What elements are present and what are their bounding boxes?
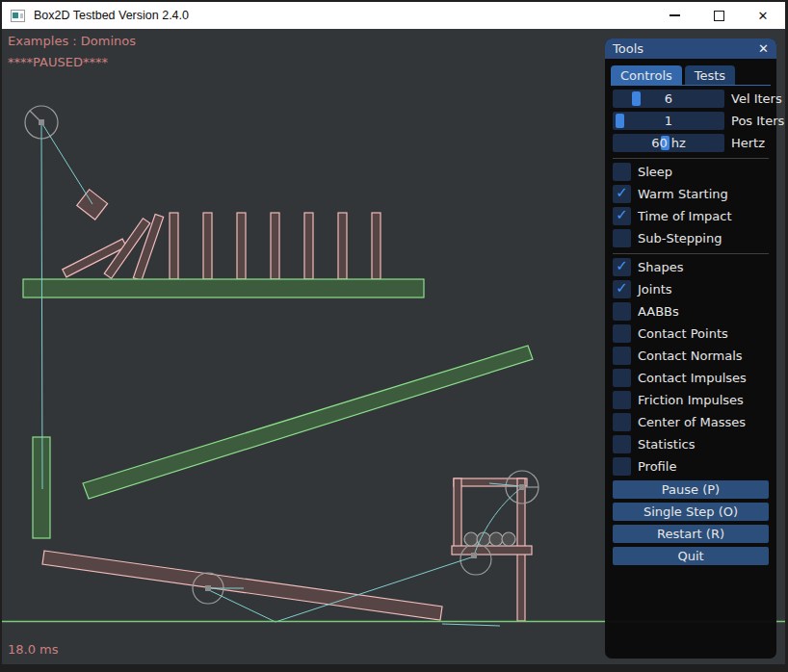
- checkbox-row-center-of-masses[interactable]: ✓ Center of Masses: [613, 413, 769, 431]
- time-of-impact-checkbox[interactable]: ✓: [613, 207, 631, 225]
- tools-window-titlebar[interactable]: Tools ✕: [605, 39, 776, 59]
- sleep-checkbox[interactable]: ✓: [613, 163, 631, 181]
- controls-tab-content: 6 Vel Iters 1 Pos Iters 60 hz Hertz ✓ Sl…: [605, 86, 776, 565]
- pos-iters-label: Pos Iters: [731, 114, 784, 128]
- standing-domino-1: [170, 213, 178, 279]
- checkbox-row-friction-impulses[interactable]: ✓ Friction Impulses: [613, 391, 769, 409]
- checkbox-row-warm-starting[interactable]: ✓ Warm Starting: [613, 185, 769, 203]
- tab-bar: Controls Tests: [611, 65, 771, 86]
- friction-impulses-checkbox[interactable]: ✓: [613, 391, 631, 409]
- checkbox-row-statistics[interactable]: ✓ Statistics: [613, 435, 769, 453]
- tab-tests[interactable]: Tests: [685, 65, 735, 85]
- checkbox-row-contact-impulses[interactable]: ✓ Contact Impulses: [613, 369, 769, 387]
- checkbox-row-time-of-impact[interactable]: ✓ Time of Impact: [613, 207, 769, 225]
- warm-starting-checkbox[interactable]: ✓: [613, 185, 631, 203]
- anchor-pendulum: [39, 119, 44, 125]
- anchor-pulley-top: [519, 484, 525, 490]
- standing-domino-3: [237, 213, 246, 279]
- vel-iters-slider[interactable]: 6: [613, 90, 724, 108]
- checkbox-row-shapes[interactable]: ✓ Shapes: [613, 258, 769, 276]
- joints-checkbox[interactable]: ✓: [613, 280, 631, 298]
- pos-iters-row: 1 Pos Iters: [613, 112, 769, 130]
- hertz-row: 60 hz Hertz: [613, 134, 769, 152]
- restart-button[interactable]: Restart (R): [613, 525, 769, 543]
- aabbs-checkbox[interactable]: ✓: [613, 302, 631, 321]
- close-icon: ✕: [758, 10, 769, 22]
- checkbox-row-contact-normals[interactable]: ✓ Contact Normals: [613, 347, 769, 365]
- checkbox-row-profile[interactable]: ✓ Profile: [613, 457, 769, 476]
- window-titlebar[interactable]: Box2D Testbed Version 2.4.0 ✕: [2, 2, 785, 29]
- joint-anchors: [39, 119, 525, 591]
- pause-button[interactable]: Pause (P): [613, 480, 769, 499]
- paused-label: ****PAUSED****: [8, 55, 108, 69]
- contact-points-checkbox[interactable]: ✓: [613, 324, 631, 343]
- frame-time-label: 18.0 ms: [8, 642, 59, 657]
- single-step-button[interactable]: Single Step (O): [613, 503, 769, 521]
- app-icon: [11, 10, 25, 22]
- hertz-value: 60 hz: [613, 134, 724, 152]
- button-group: Pause (P) Single Step (O) Restart (R) Qu…: [613, 480, 769, 565]
- pos-iters-value: 1: [613, 112, 724, 130]
- vel-iters-row: 6 Vel Iters: [613, 90, 769, 108]
- check-icon: ✓: [616, 208, 628, 222]
- minimize-button[interactable]: [652, 2, 696, 29]
- close-button[interactable]: ✕: [741, 2, 785, 29]
- example-label: Examples : Dominos: [8, 34, 136, 48]
- standing-domino-7: [372, 213, 381, 279]
- frame-top-bar: [454, 478, 527, 486]
- pendulum-bob-box: [77, 190, 108, 220]
- joint-line-ground-right: [442, 624, 500, 626]
- tools-close-icon[interactable]: ✕: [758, 42, 769, 55]
- vel-iters-value: 6: [613, 90, 724, 108]
- standing-domino-2: [203, 213, 212, 279]
- checkbox-row-joints[interactable]: ✓ Joints: [613, 280, 769, 298]
- checkbox-row-sleep[interactable]: ✓ Sleep: [613, 163, 769, 181]
- anchor-seesaw: [205, 585, 211, 591]
- window-controls: ✕: [652, 2, 785, 29]
- pos-iters-slider[interactable]: 1: [613, 112, 724, 130]
- vel-iters-label: Vel Iters: [731, 91, 782, 106]
- statistics-checkbox[interactable]: ✓: [613, 435, 631, 453]
- profile-checkbox[interactable]: ✓: [613, 457, 631, 476]
- hertz-label: Hertz: [731, 136, 765, 150]
- check-icon: ✓: [616, 186, 628, 200]
- joint-line-pendulum-bob: [41, 122, 92, 204]
- shapes-checkbox[interactable]: ✓: [613, 258, 631, 276]
- contact-normals-checkbox[interactable]: ✓: [613, 347, 631, 365]
- vertical-pillar: [33, 437, 50, 538]
- minimize-icon: [670, 14, 680, 16]
- separator: [613, 158, 769, 159]
- tab-controls[interactable]: Controls: [611, 65, 682, 85]
- dynamic-bodies: [42, 190, 532, 621]
- frame-left-post: [454, 478, 461, 554]
- domino-platform: [23, 279, 424, 297]
- window-title: Box2D Testbed Version 2.4.0: [34, 9, 189, 22]
- tools-window: Tools ✕ Controls Tests 6 Vel Iters 1 Pos…: [605, 39, 776, 659]
- tools-window-title: Tools: [613, 41, 644, 56]
- ball-4: [502, 532, 515, 546]
- sub-stepping-checkbox[interactable]: ✓: [613, 229, 631, 247]
- checkbox-row-sub-stepping[interactable]: ✓ Sub-Stepping: [613, 229, 769, 247]
- hertz-slider[interactable]: 60 hz: [613, 134, 724, 152]
- checkbox-row-contact-points[interactable]: ✓ Contact Points: [613, 324, 769, 343]
- maximize-button[interactable]: [696, 2, 741, 29]
- check-icon: ✓: [616, 281, 628, 296]
- anchor-pulley-bottom: [471, 553, 477, 558]
- standing-domino-4: [271, 213, 279, 279]
- standing-domino-5: [304, 213, 313, 279]
- checkbox-row-aabbs[interactable]: ✓ AABBs: [613, 302, 769, 321]
- separator: [613, 253, 769, 254]
- contact-impulses-checkbox[interactable]: ✓: [613, 369, 631, 387]
- ball-1: [464, 532, 478, 546]
- quit-button[interactable]: Quit: [613, 547, 769, 565]
- center-of-masses-checkbox[interactable]: ✓: [613, 413, 631, 431]
- ball-3: [489, 532, 503, 546]
- standing-domino-6: [338, 213, 347, 279]
- ramp-plank: [83, 346, 533, 499]
- joint-line-pendulum-vertical: [41, 122, 42, 489]
- check-icon: ✓: [616, 259, 628, 273]
- seesaw-plank: [42, 551, 442, 620]
- maximize-icon: [714, 11, 724, 21]
